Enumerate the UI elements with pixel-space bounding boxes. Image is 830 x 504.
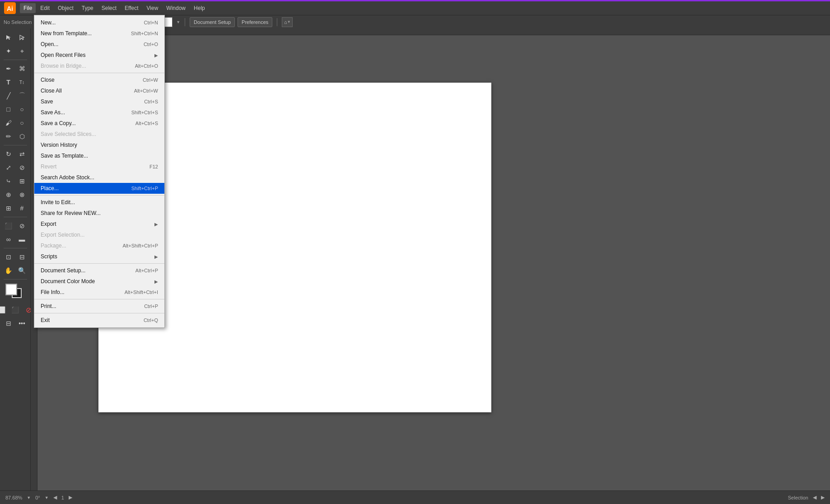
zoom-chevron: ▼ bbox=[27, 495, 31, 500]
menu-select[interactable]: Select bbox=[98, 3, 120, 13]
color-swatches bbox=[4, 284, 27, 300]
tool-sep-1 bbox=[4, 60, 27, 60]
menu-item-document-color-mode[interactable]: Document Color Mode ▶ bbox=[34, 276, 164, 287]
menu-item-search-stock[interactable]: Search Adobe Stock... bbox=[34, 172, 164, 183]
tool-row-9: ↻ ⇄ bbox=[2, 148, 28, 160]
menu-item-open[interactable]: Open... Ctrl+O bbox=[34, 39, 164, 50]
shear-tool[interactable]: ⊘ bbox=[16, 161, 28, 174]
arrange-btn[interactable]: ⌂ ▼ bbox=[282, 17, 293, 27]
tool-sep-3 bbox=[4, 217, 27, 217]
reflect-tool[interactable]: ⇄ bbox=[16, 148, 28, 160]
tool-row-2: ✦ ⌖ bbox=[2, 45, 28, 57]
menu-item-export-selection: Export Selection... bbox=[34, 229, 164, 240]
rect-tool[interactable]: □ bbox=[2, 103, 15, 116]
menu-item-place[interactable]: Place... Shift+Ctrl+P bbox=[34, 183, 164, 194]
menu-item-new-template[interactable]: New from Template... Shift+Ctrl+N bbox=[34, 28, 164, 39]
slice-tool[interactable]: ⊟ bbox=[16, 251, 28, 263]
tool-row-13: ⊞ # bbox=[2, 202, 28, 215]
gradient-mode[interactable]: ⬛ bbox=[9, 303, 22, 316]
free-transform-tool[interactable]: ⊞ bbox=[16, 175, 28, 187]
menu-item-save-template[interactable]: Save as Template... bbox=[34, 150, 164, 161]
menu-item-save-slices: Save Selected Slices... bbox=[34, 129, 164, 140]
menu-view[interactable]: View bbox=[143, 3, 162, 13]
zoom-tool[interactable]: 🔍 bbox=[16, 264, 28, 277]
selection-tool[interactable] bbox=[2, 31, 15, 44]
type-tool[interactable]: T bbox=[2, 76, 15, 89]
menu-item-save-copy[interactable]: Save a Copy... Alt+Ctrl+S bbox=[34, 118, 164, 129]
more-tools[interactable]: ••• bbox=[16, 317, 28, 330]
eyedropper-tool[interactable]: ⊘ bbox=[16, 219, 28, 232]
curvature-tool[interactable]: ⌘ bbox=[16, 62, 28, 75]
menu-item-open-recent[interactable]: Open Recent Files ▶ bbox=[34, 50, 164, 61]
rotate-tool[interactable]: ↻ bbox=[2, 148, 15, 160]
menu-item-close[interactable]: Close Ctrl+W bbox=[34, 75, 164, 85]
pen-tool[interactable]: ✒ bbox=[2, 62, 15, 75]
menu-divider-2 bbox=[34, 195, 164, 196]
angle-chevron: ▼ bbox=[45, 495, 49, 500]
file-dropdown-menu: New... Ctrl+N New from Template... Shift… bbox=[34, 15, 165, 328]
mesh-tool[interactable]: # bbox=[16, 202, 28, 215]
direct-selection-tool[interactable] bbox=[16, 31, 28, 44]
blob-brush-tool[interactable]: ○ bbox=[16, 117, 28, 129]
nav-prev[interactable]: ◀ bbox=[53, 495, 57, 500]
ellipse-tool[interactable]: ○ bbox=[16, 103, 28, 116]
gradient-tool[interactable]: ⬛ bbox=[2, 219, 15, 232]
menu-item-file-info[interactable]: File Info... Alt+Shift+Ctrl+I bbox=[34, 287, 164, 298]
menu-object[interactable]: Object bbox=[54, 3, 77, 13]
live-paint-tool[interactable]: ⊗ bbox=[16, 188, 28, 201]
menu-file[interactable]: File bbox=[20, 3, 36, 13]
nav-next[interactable]: ▶ bbox=[69, 495, 72, 500]
status-arrow-left[interactable]: ◀ bbox=[813, 495, 816, 500]
tool-row-1 bbox=[2, 31, 28, 44]
perspective-grid-tool[interactable]: ⊞ bbox=[2, 202, 15, 215]
menu-window[interactable]: Window bbox=[163, 3, 189, 13]
menu-item-new[interactable]: New... Ctrl+N bbox=[34, 17, 164, 28]
menu-item-exit[interactable]: Exit Ctrl+Q bbox=[34, 315, 164, 326]
magic-wand-tool[interactable]: ✦ bbox=[2, 45, 15, 57]
menu-item-print[interactable]: Print... Ctrl+P bbox=[34, 301, 164, 312]
angle-display: 0° bbox=[35, 495, 40, 500]
fill-swatch[interactable] bbox=[5, 284, 17, 295]
shape-builder-tool[interactable]: ⊕ bbox=[2, 188, 15, 201]
menu-edit[interactable]: Edit bbox=[37, 3, 53, 13]
scale-tool[interactable]: ⤢ bbox=[2, 161, 15, 174]
menu-item-save-as[interactable]: Save As... Shift+Ctrl+S bbox=[34, 107, 164, 118]
arrange-chevron: ▼ bbox=[287, 20, 291, 24]
tool-row-16: ⊡ ⊟ bbox=[2, 251, 28, 263]
menu-divider-5 bbox=[34, 313, 164, 313]
toolbar-divider-4 bbox=[185, 18, 185, 26]
document-setup-btn[interactable]: Document Setup bbox=[190, 17, 235, 27]
line-tool[interactable]: ╱ bbox=[2, 89, 15, 102]
style-chevron: ▼ bbox=[176, 20, 180, 24]
pencil-tool[interactable]: ✏ bbox=[2, 130, 15, 143]
menu-item-share-review[interactable]: Share for Review NEW... bbox=[34, 208, 164, 219]
arc-tool[interactable]: ⌒ bbox=[16, 89, 28, 102]
menu-item-package: Package... Alt+Shift+Ctrl+P bbox=[34, 240, 164, 251]
paintbrush-tool[interactable]: 🖌 bbox=[2, 117, 15, 129]
menu-item-version-history[interactable]: Version History bbox=[34, 140, 164, 150]
menu-divider-1 bbox=[34, 73, 164, 73]
menu-item-document-setup[interactable]: Document Setup... Alt+Ctrl+P bbox=[34, 265, 164, 276]
menu-item-export[interactable]: Export ▶ bbox=[34, 219, 164, 229]
normal-screen[interactable]: ⊟ bbox=[2, 317, 15, 330]
status-arrow-right[interactable]: ▶ bbox=[821, 495, 825, 500]
tool-row-17: ✋ 🔍 bbox=[2, 264, 28, 277]
lasso-tool[interactable]: ⌖ bbox=[16, 45, 28, 57]
warp-tool[interactable]: ⤷ bbox=[2, 175, 15, 187]
menu-item-close-all[interactable]: Close All Alt+Ctrl+W bbox=[34, 85, 164, 96]
hand-tool[interactable]: ✋ bbox=[2, 264, 15, 277]
touch-type-tool[interactable]: T↕ bbox=[16, 76, 28, 89]
color-mode[interactable]: ⬜ bbox=[0, 303, 8, 316]
menu-type[interactable]: Type bbox=[78, 3, 97, 13]
bar-graph-tool[interactable]: ▬ bbox=[16, 233, 28, 246]
menu-effect[interactable]: Effect bbox=[121, 3, 142, 13]
preferences-btn[interactable]: Preferences bbox=[238, 17, 272, 27]
blend-tool[interactable]: ∞ bbox=[2, 233, 15, 246]
shaper-tool[interactable]: ⬡ bbox=[16, 130, 28, 143]
menu-help[interactable]: Help bbox=[190, 3, 209, 13]
artboard-tool[interactable]: ⊡ bbox=[2, 251, 15, 263]
tool-row-10: ⤢ ⊘ bbox=[2, 161, 28, 174]
menu-item-save[interactable]: Save Ctrl+S bbox=[34, 96, 164, 107]
menu-item-invite-edit[interactable]: Invite to Edit... bbox=[34, 197, 164, 208]
menu-item-scripts[interactable]: Scripts ▶ bbox=[34, 251, 164, 262]
